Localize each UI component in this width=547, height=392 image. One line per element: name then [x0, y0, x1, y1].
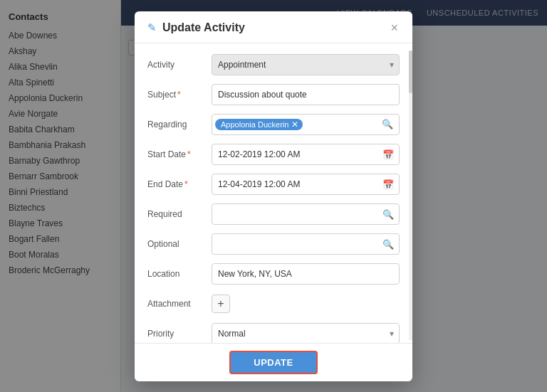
regarding-field[interactable]: Appolonia Duckerin ✕ 🔍 [212, 114, 400, 135]
tag-remove-icon[interactable]: ✕ [291, 120, 298, 129]
required-label: Required [147, 209, 212, 219]
location-row: Location [147, 263, 400, 285]
activity-label: Activity [147, 60, 212, 70]
modal-footer: UPDATE [135, 343, 412, 381]
start-date-wrapper: 📅 [212, 144, 400, 165]
optional-wrapper: 🔍 [212, 233, 400, 255]
optional-input[interactable] [212, 233, 400, 255]
start-date-input[interactable] [212, 144, 400, 165]
calendar-icon[interactable]: 📅 [382, 149, 394, 159]
activity-select-wrapper[interactable]: Appointment [212, 54, 400, 75]
modal-header: ✎ Update Activity × [135, 11, 412, 43]
scroll-thumb [409, 51, 412, 93]
update-activity-modal: ✎ Update Activity × Activity Appointment… [135, 11, 412, 381]
location-input[interactable] [212, 263, 400, 285]
regarding-search-icon: 🔍 [382, 119, 393, 129]
required-input[interactable] [212, 203, 400, 225]
subject-row: Subject* [147, 83, 400, 106]
start-date-row: Start Date* 📅 [147, 143, 400, 166]
priority-select-wrapper[interactable]: Normal High Low [212, 323, 400, 343]
edit-icon: ✎ [147, 21, 157, 34]
required-wrapper: 🔍 [212, 203, 400, 225]
priority-label: Priority [147, 329, 212, 339]
end-date-label: End Date* [147, 179, 212, 189]
attachment-row: Attachment + [147, 292, 400, 315]
required-search-icon: 🔍 [382, 208, 394, 219]
end-date-input[interactable] [212, 174, 400, 195]
location-label: Location [147, 269, 212, 279]
subject-input[interactable] [212, 84, 400, 105]
end-date-wrapper: 📅 [212, 174, 400, 195]
subject-label: Subject* [147, 90, 212, 100]
modal-body: Activity Appointment Subject* Regarding [135, 43, 412, 343]
update-button[interactable]: UPDATE [229, 351, 317, 374]
required-row: Required 🔍 [147, 203, 400, 226]
regarding-tag-label: Appolonia Duckerin [221, 120, 288, 129]
modal-overlay: ✎ Update Activity × Activity Appointment… [0, 0, 547, 392]
activity-row: Activity Appointment [147, 53, 400, 76]
regarding-row: Regarding Appolonia Duckerin ✕ 🔍 [147, 113, 400, 136]
end-date-row: End Date* 📅 [147, 173, 400, 196]
calendar-icon-end[interactable]: 📅 [382, 179, 394, 189]
modal-title: Update Activity [162, 21, 389, 34]
regarding-label: Regarding [147, 120, 212, 129]
optional-label: Optional [147, 239, 212, 249]
optional-row: Optional 🔍 [147, 233, 400, 255]
close-button[interactable]: × [389, 21, 400, 34]
priority-row: Priority Normal High Low [147, 322, 400, 343]
start-date-label: Start Date* [147, 149, 212, 159]
attachment-label: Attachment [147, 299, 212, 309]
priority-select[interactable]: Normal High Low [212, 323, 400, 343]
scroll-bar [409, 51, 412, 340]
activity-select[interactable]: Appointment [212, 54, 400, 75]
optional-search-icon: 🔍 [382, 238, 394, 249]
add-attachment-button[interactable]: + [212, 295, 230, 313]
regarding-tag[interactable]: Appolonia Duckerin ✕ [215, 119, 303, 130]
